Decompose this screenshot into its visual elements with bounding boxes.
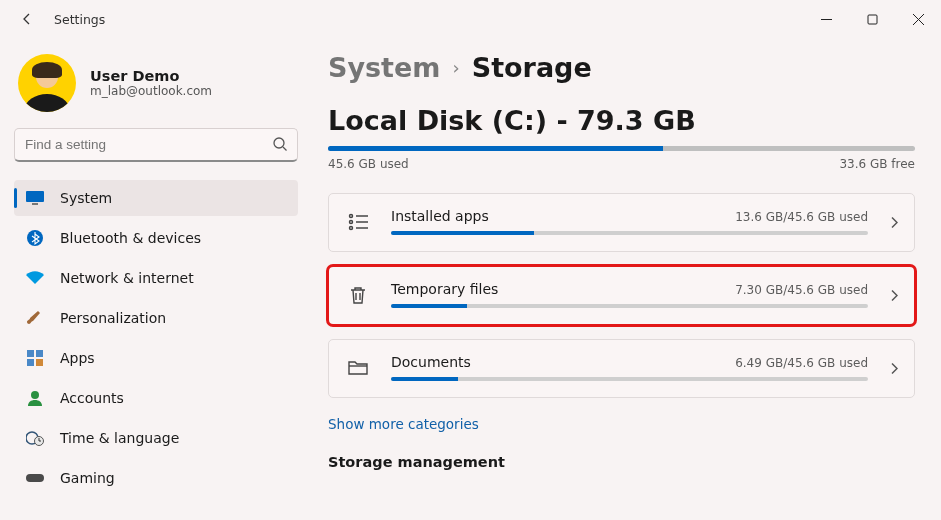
nav-label: Apps xyxy=(60,350,95,366)
svg-rect-11 xyxy=(27,359,34,366)
person-icon xyxy=(26,389,44,407)
sidebar-item-personalization[interactable]: Personalization xyxy=(14,300,298,336)
category-usage: 7.30 GB/45.6 GB used xyxy=(735,283,868,297)
list-icon xyxy=(347,213,369,231)
category-bar xyxy=(391,377,868,381)
maximize-button[interactable] xyxy=(849,2,895,36)
profile-block[interactable]: User Demo m_lab@outlook.com xyxy=(18,54,298,112)
category-bar xyxy=(391,304,868,308)
chevron-right-icon xyxy=(890,213,898,232)
nav-label: Bluetooth & devices xyxy=(60,230,201,246)
svg-rect-9 xyxy=(27,350,34,357)
titlebar: Settings xyxy=(0,0,941,38)
category-title: Temporary files xyxy=(391,281,498,297)
window-title: Settings xyxy=(54,12,105,27)
nav-label: Gaming xyxy=(60,470,115,486)
sidebar-item-bluetooth[interactable]: Bluetooth & devices xyxy=(14,220,298,256)
chevron-right-icon xyxy=(890,359,898,378)
category-title: Installed apps xyxy=(391,208,489,224)
nav-list: System Bluetooth & devices Network & int… xyxy=(14,180,298,496)
bluetooth-icon xyxy=(26,229,44,247)
disk-title: Local Disk (C:) - 79.3 GB xyxy=(328,105,915,136)
chevron-right-icon: › xyxy=(452,57,459,78)
profile-email: m_lab@outlook.com xyxy=(90,84,212,98)
svg-point-17 xyxy=(350,214,353,217)
svg-point-4 xyxy=(274,138,284,148)
search-box xyxy=(14,128,298,162)
svg-rect-10 xyxy=(36,350,43,357)
gamepad-icon xyxy=(26,469,44,487)
clock-globe-icon xyxy=(26,429,44,447)
svg-rect-12 xyxy=(36,359,43,366)
svg-line-5 xyxy=(283,147,287,151)
close-button[interactable] xyxy=(895,2,941,36)
disk-free-label: 33.6 GB free xyxy=(839,157,915,171)
nav-label: Time & language xyxy=(60,430,179,446)
minimize-button[interactable] xyxy=(803,2,849,36)
brush-icon xyxy=(26,309,44,327)
breadcrumb: System › Storage xyxy=(328,52,915,83)
show-more-link[interactable]: Show more categories xyxy=(328,416,479,432)
sidebar-item-apps[interactable]: Apps xyxy=(14,340,298,376)
storage-management-heading: Storage management xyxy=(328,454,915,470)
sidebar-item-time-language[interactable]: Time & language xyxy=(14,420,298,456)
sidebar-item-network[interactable]: Network & internet xyxy=(14,260,298,296)
nav-label: Personalization xyxy=(60,310,166,326)
disk-used-label: 45.6 GB used xyxy=(328,157,409,171)
category-usage: 6.49 GB/45.6 GB used xyxy=(735,356,868,370)
category-usage: 13.6 GB/45.6 GB used xyxy=(735,210,868,224)
monitor-icon xyxy=(26,189,44,207)
sidebar-item-gaming[interactable]: Gaming xyxy=(14,460,298,496)
folder-icon xyxy=(347,360,369,376)
sidebar-item-system[interactable]: System xyxy=(14,180,298,216)
chevron-right-icon xyxy=(890,286,898,305)
back-button[interactable] xyxy=(18,10,36,28)
search-icon xyxy=(272,136,288,156)
nav-label: Accounts xyxy=(60,390,124,406)
search-input[interactable] xyxy=(14,128,298,162)
sidebar-item-accounts[interactable]: Accounts xyxy=(14,380,298,416)
disk-usage-bar xyxy=(328,146,915,151)
category-bar xyxy=(391,231,868,235)
sidebar: User Demo m_lab@outlook.com System Bluet… xyxy=(0,38,310,520)
nav-label: Network & internet xyxy=(60,270,194,286)
svg-rect-7 xyxy=(32,203,38,205)
wifi-icon xyxy=(26,269,44,287)
breadcrumb-parent[interactable]: System xyxy=(328,52,440,83)
svg-point-13 xyxy=(31,391,39,399)
trash-icon xyxy=(347,285,369,305)
storage-category-installed-apps[interactable]: Installed apps13.6 GB/45.6 GB used xyxy=(328,193,915,252)
svg-point-19 xyxy=(350,220,353,223)
storage-category-documents[interactable]: Documents6.49 GB/45.6 GB used xyxy=(328,339,915,398)
storage-category-temporary-files[interactable]: Temporary files7.30 GB/45.6 GB used xyxy=(328,266,915,325)
profile-name: User Demo xyxy=(90,68,212,84)
disk-usage-fill xyxy=(328,146,663,151)
breadcrumb-current: Storage xyxy=(472,52,592,83)
apps-icon xyxy=(26,349,44,367)
content-area: System › Storage Local Disk (C:) - 79.3 … xyxy=(310,38,941,520)
avatar xyxy=(18,54,76,112)
svg-point-21 xyxy=(350,226,353,229)
svg-rect-1 xyxy=(868,15,877,24)
nav-label: System xyxy=(60,190,112,206)
category-title: Documents xyxy=(391,354,471,370)
svg-rect-16 xyxy=(26,474,44,482)
svg-rect-6 xyxy=(26,191,44,202)
